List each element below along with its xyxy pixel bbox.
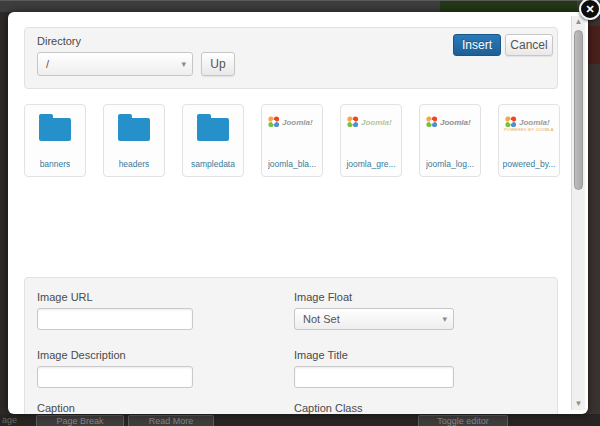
up-button[interactable]: Up	[201, 52, 235, 76]
file-item-headers[interactable]: headers	[103, 104, 165, 177]
file-label: joomla_log...	[426, 159, 474, 169]
image-float-label: Image Float	[294, 291, 352, 303]
joomla-logo-icon: Joomla!	[346, 114, 396, 130]
backdrop-green-area	[440, 1, 577, 12]
caption-label: Caption	[37, 402, 75, 414]
image-url-input[interactable]	[37, 308, 193, 330]
file-label: banners	[40, 159, 71, 169]
directory-select[interactable]: / ▾	[37, 52, 193, 76]
caption-class-label: Caption Class	[294, 402, 362, 414]
file-label: headers	[119, 159, 150, 169]
image-description-input[interactable]	[37, 366, 193, 388]
file-item-banners[interactable]: banners	[24, 104, 86, 177]
folder-icon	[118, 118, 150, 141]
svg-text:Joomla!: Joomla!	[440, 118, 471, 127]
svg-text:Joomla!: Joomla!	[519, 118, 550, 127]
page-break-button[interactable]: Page Break	[36, 415, 124, 426]
read-more-button[interactable]: Read More	[128, 415, 214, 426]
file-label: sampledata	[191, 159, 235, 169]
svg-text:Joomla!: Joomla!	[282, 118, 313, 127]
powered-by-subtext: POWERED BY JOOMLA	[504, 127, 554, 132]
background-partial-text: age	[2, 415, 17, 425]
directory-select-value: /	[46, 58, 49, 70]
folder-icon	[39, 118, 71, 141]
image-float-select[interactable]: Not Set ▾	[294, 308, 454, 330]
file-browser: banners headers sampledata Joomla! joo	[24, 104, 560, 178]
file-item-joomla-logo[interactable]: Joomla! joomla_log...	[419, 104, 481, 177]
image-description-label: Image Description	[37, 349, 126, 361]
file-item-joomla-green[interactable]: Joomla! joomla_gre...	[340, 104, 402, 177]
chevron-down-icon: ▾	[442, 309, 447, 329]
svg-text:Joomla!: Joomla!	[361, 118, 392, 127]
backdrop-left-edge	[0, 12, 8, 426]
cancel-button[interactable]: Cancel	[505, 34, 553, 56]
file-label: joomla_bla...	[268, 159, 316, 169]
backdrop-maroon-area	[588, 26, 600, 64]
backdrop-right-edge	[588, 12, 600, 426]
dialog-scrollbar[interactable]: ▲ ▼	[571, 16, 585, 410]
scrollbar-thumb[interactable]	[574, 30, 583, 190]
image-properties-form: Image URL Image Description Caption Imag…	[24, 277, 558, 414]
insert-image-dialog: Directory / ▾ Up Insert Cancel banners h…	[8, 12, 588, 414]
directory-label: Directory	[37, 35, 81, 47]
folder-icon	[197, 118, 229, 141]
chevron-down-icon: ▾	[181, 53, 186, 75]
insert-button[interactable]: Insert	[453, 34, 501, 56]
joomla-logo-icon: Joomla!	[267, 114, 317, 130]
scroll-down-icon[interactable]: ▼	[572, 398, 585, 410]
file-item-powered-by[interactable]: Joomla! POWERED BY JOOMLA powered_by...	[498, 104, 560, 177]
file-item-joomla-black[interactable]: Joomla! joomla_bla...	[261, 104, 323, 177]
file-label: joomla_gre...	[346, 159, 395, 169]
joomla-logo-icon: Joomla!	[425, 114, 475, 130]
file-label: powered_by...	[503, 159, 556, 169]
toggle-editor-button[interactable]: Toggle editor	[418, 415, 508, 426]
directory-toolbar: Directory / ▾ Up Insert Cancel	[24, 27, 558, 89]
image-float-value: Not Set	[303, 313, 340, 325]
file-item-sampledata[interactable]: sampledata	[182, 104, 244, 177]
close-icon[interactable]: ✕	[579, 0, 600, 20]
image-title-input[interactable]	[294, 366, 454, 388]
image-title-label: Image Title	[294, 349, 348, 361]
image-url-label: Image URL	[37, 291, 93, 303]
